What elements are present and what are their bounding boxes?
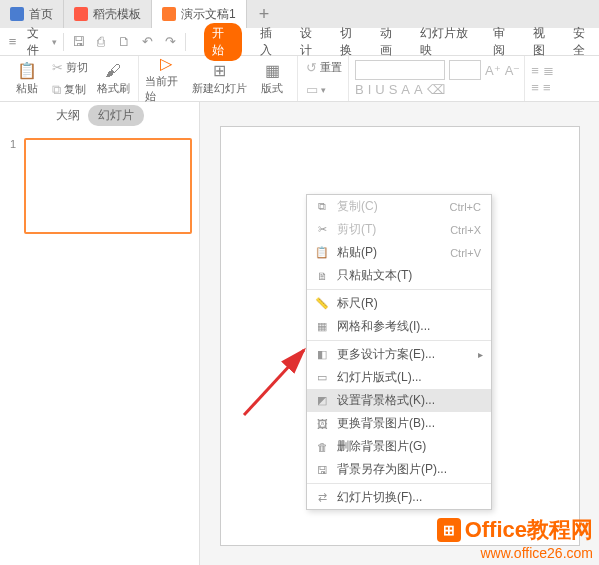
- app-menu-icon[interactable]: ≡: [4, 33, 21, 51]
- numbering-icon[interactable]: ≣: [543, 63, 554, 78]
- shrink-font-icon[interactable]: A⁻: [505, 63, 521, 78]
- ribbon-tab-review[interactable]: 审阅: [493, 25, 515, 59]
- ribbon-tab-design[interactable]: 设计: [300, 25, 322, 59]
- italic-icon[interactable]: I: [368, 82, 372, 97]
- office-logo-icon: ⊞: [437, 518, 461, 542]
- paste-icon: 📋: [315, 246, 329, 259]
- cut-icon: ✂: [52, 60, 63, 75]
- ribbon-tabs: 开始 插入 设计 切换 动画 幻灯片放映 审阅 视图 安全: [204, 23, 595, 61]
- ribbon-tab-transition[interactable]: 切换: [340, 25, 362, 59]
- paste-icon: 📋: [17, 61, 37, 80]
- file-menu[interactable]: 文件 ▾: [27, 25, 56, 59]
- separator: [307, 483, 491, 484]
- cm-slide-layout[interactable]: ▭幻灯片版式(L)...: [307, 366, 491, 389]
- ribbon-toolbar: 📋 粘贴 ✂剪切 ⧉复制 🖌 格式刷 ▷ 当前开始 ⊞ 新建幻灯片 ▦ 版式 ↺…: [0, 56, 599, 102]
- slide-thumbnail[interactable]: [24, 138, 192, 234]
- preview-icon[interactable]: 🗋: [116, 33, 133, 51]
- ruler-icon: 📏: [315, 297, 329, 310]
- home-icon: [10, 7, 24, 21]
- cut-icon: ✂: [315, 223, 329, 236]
- layout-icon: ▦: [265, 61, 280, 80]
- highlight-icon[interactable]: A: [401, 82, 410, 97]
- copy-button[interactable]: ⧉复制: [50, 80, 90, 100]
- play-icon: ▷: [160, 54, 172, 73]
- watermark: ⊞Office教程网 www.office26.com: [437, 515, 593, 561]
- separator: [307, 340, 491, 341]
- cm-paste[interactable]: 📋粘贴(P)Ctrl+V: [307, 241, 491, 264]
- reset-group: ↺重置 ▭▾: [300, 56, 349, 101]
- section-icon: ▭: [306, 82, 318, 97]
- bullets-icon[interactable]: ≡: [531, 63, 539, 78]
- separator: [185, 33, 186, 51]
- separator: [307, 289, 491, 290]
- format-painter-button[interactable]: 🖌 格式刷: [92, 58, 134, 100]
- panel-tabs: 大纲 幻灯片: [0, 102, 199, 128]
- cm-paste-text[interactable]: 🗎只粘贴文本(T): [307, 264, 491, 287]
- save-icon: 🖫: [315, 464, 329, 476]
- transition-icon: ⇄: [315, 491, 329, 504]
- reset-button[interactable]: ↺重置: [304, 58, 344, 78]
- menu-bar: ≡ 文件 ▾ 🖫 ⎙ 🗋 ↶ ↷ 开始 插入 设计 切换 动画 幻灯片放映 审阅…: [0, 28, 599, 56]
- cm-transition[interactable]: ⇄幻灯片切换(F)...: [307, 486, 491, 509]
- print-icon[interactable]: ⎙: [93, 33, 110, 51]
- grid-icon: ▦: [315, 320, 329, 333]
- panel-tab-outline[interactable]: 大纲: [56, 107, 80, 124]
- context-menu: ⧉复制(C)Ctrl+C ✂剪切(T)Ctrl+X 📋粘贴(P)Ctrl+V 🗎…: [306, 194, 492, 510]
- cm-delete-bg[interactable]: 🗑删除背景图片(G): [307, 435, 491, 458]
- cm-more-design[interactable]: ◧更多设计方案(E)...▸: [307, 343, 491, 366]
- ribbon-tab-view[interactable]: 视图: [533, 25, 555, 59]
- ribbon-tab-security[interactable]: 安全: [573, 25, 595, 59]
- delete-icon: 🗑: [315, 441, 329, 453]
- cm-ruler[interactable]: 📏标尺(R): [307, 292, 491, 315]
- font-color-icon[interactable]: A: [414, 82, 423, 97]
- cm-cut: ✂剪切(T)Ctrl+X: [307, 218, 491, 241]
- slide-group: ▷ 当前开始 ⊞ 新建幻灯片 ▦ 版式: [141, 56, 298, 101]
- cm-copy: ⧉复制(C)Ctrl+C: [307, 195, 491, 218]
- presentation-icon: [162, 7, 176, 21]
- layout-button[interactable]: ▦ 版式: [251, 58, 293, 100]
- bold-icon[interactable]: B: [355, 82, 364, 97]
- clear-format-icon[interactable]: ⌫: [427, 82, 445, 97]
- separator: [63, 33, 64, 51]
- cm-save-bg[interactable]: 🖫背景另存为图片(P)...: [307, 458, 491, 481]
- redo-icon[interactable]: ↷: [162, 33, 179, 51]
- font-group: A⁺ A⁻ B I U S A A ⌫: [351, 56, 525, 101]
- workspace: 大纲 幻灯片 1: [0, 102, 599, 565]
- image-icon: 🖼: [315, 418, 329, 430]
- ribbon-tab-animation[interactable]: 动画: [380, 25, 402, 59]
- from-current-button[interactable]: ▷ 当前开始: [145, 58, 187, 100]
- ribbon-tab-slideshow[interactable]: 幻灯片放映: [420, 25, 475, 59]
- section-button[interactable]: ▭▾: [304, 80, 344, 100]
- paste-button[interactable]: 📋 粘贴: [6, 58, 48, 100]
- paragraph-group: ≡ ≣ ≡ ≡: [527, 56, 558, 101]
- align-center-icon[interactable]: ≡: [543, 80, 551, 95]
- tab-template[interactable]: 稻壳模板: [64, 0, 152, 28]
- align-left-icon[interactable]: ≡: [531, 80, 539, 95]
- cm-grid[interactable]: ▦网格和参考线(I)...: [307, 315, 491, 338]
- cm-change-bg[interactable]: 🖼更换背景图片(B)...: [307, 412, 491, 435]
- cm-bg-format[interactable]: ◩设置背景格式(K)...: [307, 389, 491, 412]
- undo-icon[interactable]: ↶: [139, 33, 156, 51]
- design-icon: ◧: [315, 348, 329, 361]
- new-slide-icon: ⊞: [213, 61, 226, 80]
- layout-icon: ▭: [315, 371, 329, 384]
- font-family-input[interactable]: [355, 60, 445, 80]
- ribbon-tab-start[interactable]: 开始: [204, 23, 242, 61]
- new-slide-button[interactable]: ⊞ 新建幻灯片: [189, 58, 249, 100]
- panel-tab-slides[interactable]: 幻灯片: [88, 105, 144, 126]
- cut-button[interactable]: ✂剪切: [50, 58, 90, 78]
- font-size-input[interactable]: [449, 60, 481, 80]
- thumbnail-list: 1: [0, 128, 199, 244]
- grow-font-icon[interactable]: A⁺: [485, 63, 501, 78]
- strike-icon[interactable]: S: [389, 82, 398, 97]
- ribbon-tab-insert[interactable]: 插入: [260, 25, 282, 59]
- chevron-right-icon: ▸: [478, 349, 483, 360]
- copy-icon: ⧉: [315, 200, 329, 213]
- template-icon: [74, 7, 88, 21]
- reset-icon: ↺: [306, 60, 317, 75]
- copy-icon: ⧉: [52, 82, 61, 98]
- underline-icon[interactable]: U: [375, 82, 384, 97]
- brush-icon: 🖌: [105, 62, 121, 80]
- save-icon[interactable]: 🖫: [69, 33, 86, 51]
- format-icon: ◩: [315, 394, 329, 407]
